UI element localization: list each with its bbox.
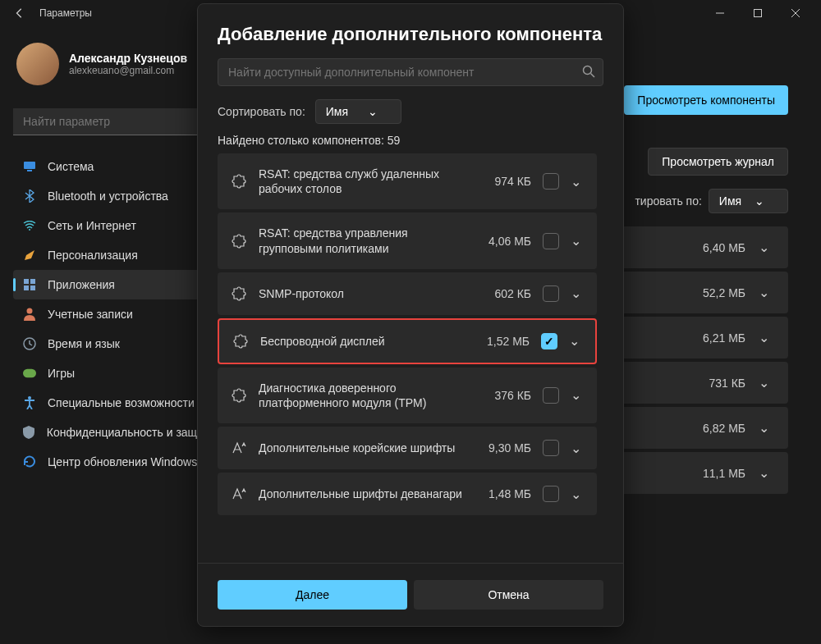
nav-label: Приложения	[48, 278, 115, 291]
feature-size: 4,06 МБ	[479, 235, 531, 248]
feature-name: SNMP-протокол	[259, 286, 467, 301]
feature-size: 376 КБ	[479, 389, 531, 402]
nav-label: Центр обновления Windows	[48, 455, 197, 468]
feature-checkbox[interactable]	[543, 233, 559, 249]
nav-label: Сеть и Интернет	[48, 219, 136, 232]
puzzle-icon	[231, 285, 247, 302]
chevron-down-icon: ⌄	[759, 285, 772, 300]
feature-checkbox[interactable]	[543, 440, 559, 456]
feature-size: 6,40 МБ	[703, 241, 745, 254]
feature-item[interactable]: RSAT: средства служб удаленных рабочих с…	[218, 153, 597, 209]
puzzle-icon	[231, 387, 247, 404]
svg-point-6	[29, 229, 30, 231]
feature-item[interactable]: RSAT: средства управления групповыми пол…	[218, 212, 597, 268]
wifi-icon	[23, 219, 36, 232]
view-log-button[interactable]: Просмотреть журнал	[648, 148, 788, 176]
chevron-down-icon[interactable]: ⌄	[571, 387, 584, 403]
feature-item[interactable]: SNMP-протокол 602 КБ ⌄	[218, 272, 597, 315]
svg-rect-4	[24, 162, 35, 169]
feature-size: 52,2 МБ	[703, 286, 745, 299]
chevron-down-icon: ⌄	[759, 375, 772, 391]
nav-item-clock[interactable]: Время и язык	[13, 329, 225, 359]
chevron-down-icon[interactable]: ⌄	[571, 174, 584, 190]
next-button[interactable]: Далее	[218, 580, 407, 610]
nav-label: Персонализация	[48, 249, 138, 262]
feature-name: Беспроводной дисплей	[260, 334, 466, 349]
nav-item-game[interactable]: Игры	[13, 359, 225, 388]
nav-item-bluetooth[interactable]: Bluetooth и устройства	[13, 181, 225, 211]
feature-size: 11,1 МБ	[703, 467, 745, 480]
nav-label: Система	[48, 160, 94, 173]
chevron-down-icon: ⌄	[759, 330, 772, 345]
nav-item-update[interactable]: Центр обновления Windows	[13, 447, 225, 477]
sort-label: тировать по:	[635, 194, 701, 208]
feature-size: 602 КБ	[479, 287, 531, 300]
nav-label: Игры	[48, 367, 75, 380]
nav-label: Время и язык	[48, 337, 120, 350]
svg-rect-9	[24, 285, 29, 290]
feature-name: RSAT: средства управления групповыми пол…	[259, 226, 467, 255]
feature-checkbox[interactable]	[543, 173, 559, 190]
sidebar-search[interactable]	[13, 108, 225, 135]
minimize-button[interactable]	[701, 0, 739, 26]
feature-checkbox[interactable]	[543, 387, 559, 404]
chevron-down-icon[interactable]: ⌄	[569, 333, 582, 349]
feature-checkbox[interactable]	[541, 333, 557, 349]
window-controls	[701, 0, 814, 26]
clock-icon	[23, 337, 36, 350]
monitor-icon	[23, 160, 36, 173]
bluetooth-icon	[23, 190, 36, 203]
feature-checkbox[interactable]	[543, 285, 559, 302]
nav-item-apps[interactable]: Приложения	[13, 270, 225, 299]
nav-label: Учетные записи	[48, 308, 133, 321]
puzzle-icon	[232, 333, 249, 349]
svg-rect-7	[24, 279, 29, 284]
brush-icon	[23, 249, 36, 262]
chevron-down-icon: ⌄	[759, 465, 772, 481]
nav-label: Специальные возможности	[48, 396, 195, 409]
font-icon	[231, 440, 247, 456]
nav-label: Bluetooth и устройства	[48, 190, 168, 203]
feature-size: 6,82 МБ	[703, 422, 745, 435]
nav-item-monitor[interactable]: Система	[13, 152, 225, 181]
dialog-sort-select[interactable]: Имя ⌄	[315, 99, 401, 124]
nav-item-shield[interactable]: Конфиденциальность и защита	[13, 418, 225, 447]
game-icon	[23, 367, 36, 380]
feature-size: 6,21 МБ	[703, 331, 745, 345]
feature-size: 1,48 МБ	[479, 487, 531, 500]
nav-item-brush[interactable]: Персонализация	[13, 240, 225, 270]
back-button[interactable]	[7, 0, 33, 26]
nav-item-accessibility[interactable]: Специальные возможности	[13, 388, 225, 418]
chevron-down-icon[interactable]: ⌄	[571, 486, 584, 502]
feature-item[interactable]: Дополнительные корейские шрифты 9,30 МБ …	[218, 427, 597, 469]
feature-size: 9,30 МБ	[479, 441, 531, 454]
nav-item-wifi[interactable]: Сеть и Интернет	[13, 211, 225, 240]
feature-checkbox[interactable]	[543, 486, 559, 502]
user-icon	[23, 308, 36, 321]
sort-select[interactable]: Имя ⌄	[709, 189, 788, 213]
chevron-down-icon: ⌄	[759, 420, 772, 436]
nav-item-user[interactable]: Учетные записи	[13, 299, 225, 329]
accessibility-icon	[23, 396, 36, 409]
feature-item[interactable]: Дополнительные шрифты деванагари 1,48 МБ…	[218, 473, 597, 515]
view-components-button[interactable]: Просмотреть компоненты	[624, 85, 788, 115]
profile[interactable]: Александр Кузнецов alexkeuano@gmail.com	[13, 39, 225, 89]
feature-item[interactable]: Беспроводной дисплей 1,52 МБ ⌄	[218, 318, 597, 364]
feature-name: Дополнительные корейские шрифты	[259, 441, 467, 455]
chevron-down-icon[interactable]: ⌄	[571, 233, 584, 249]
svg-point-15	[584, 66, 592, 75]
close-button[interactable]	[777, 0, 814, 26]
puzzle-icon	[231, 173, 247, 190]
chevron-down-icon[interactable]: ⌄	[571, 285, 584, 301]
maximize-button[interactable]	[739, 0, 777, 26]
feature-size: 974 КБ	[479, 175, 531, 188]
svg-rect-10	[30, 285, 35, 290]
chevron-down-icon[interactable]: ⌄	[571, 441, 584, 456]
avatar	[16, 43, 59, 85]
add-feature-dialog: Добавление дополнительного компонента Со…	[197, 3, 624, 627]
cancel-button[interactable]: Отмена	[414, 580, 603, 610]
found-count: Найдено столько компонентов: 59	[218, 134, 603, 147]
shield-icon	[23, 426, 35, 439]
dialog-search-input[interactable]	[218, 58, 603, 86]
feature-item[interactable]: Диагностика доверенного платформенного м…	[218, 368, 597, 423]
